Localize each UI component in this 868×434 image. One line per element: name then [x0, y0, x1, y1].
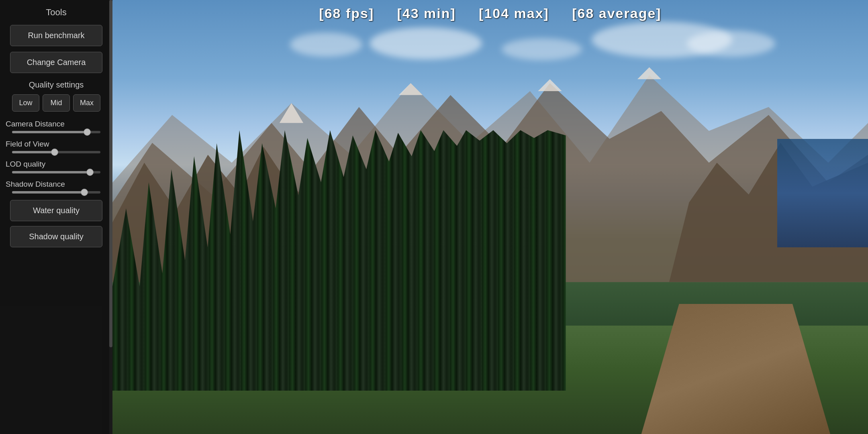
run-benchmark-button[interactable]: Run benchmark: [10, 25, 102, 46]
lod-quality-label: LOD quality: [6, 160, 107, 169]
shadow-distance-thumb[interactable]: [81, 189, 88, 196]
svg-marker-6: [538, 79, 562, 91]
quality-settings-label: Quality settings: [29, 80, 84, 90]
panel-title: Tools: [46, 7, 66, 18]
quality-low-button[interactable]: Low: [12, 94, 39, 112]
scroll-thumb[interactable]: [109, 0, 112, 347]
camera-distance-fill: [12, 131, 87, 133]
shadow-distance-track[interactable]: [12, 191, 100, 194]
viewport: [68 fps] [43 min] [104 max] [68 average]: [112, 0, 868, 434]
camera-distance-label: Camera Distance: [6, 120, 107, 128]
svg-marker-5: [399, 83, 423, 95]
lod-quality-thumb[interactable]: [86, 169, 94, 176]
quality-buttons-group: Low Mid Max: [12, 94, 100, 112]
water-layer: [777, 139, 868, 247]
shadow-distance-fill: [12, 191, 84, 194]
lod-quality-group: LOD quality: [6, 160, 107, 173]
change-camera-button[interactable]: Change Camera: [10, 52, 102, 73]
field-of-view-label: Field of View: [6, 140, 107, 149]
svg-marker-7: [637, 67, 661, 79]
camera-distance-group: Camera Distance: [6, 120, 107, 133]
camera-distance-track[interactable]: [12, 131, 100, 133]
scrollbar[interactable]: [109, 0, 112, 434]
shadow-distance-group: Shadow Distance: [6, 180, 107, 194]
quality-mid-button[interactable]: Mid: [43, 94, 70, 112]
shadow-distance-label: Shadow Distance: [6, 180, 107, 189]
field-of-view-group: Field of View: [6, 140, 107, 153]
water-quality-button[interactable]: Water quality: [10, 200, 102, 221]
shadow-quality-button[interactable]: Shadow quality: [10, 226, 102, 247]
field-of-view-fill: [12, 151, 55, 153]
quality-max-button[interactable]: Max: [73, 94, 100, 112]
left-panel-wrapper: Tools Run benchmark Change Camera Qualit…: [0, 0, 112, 434]
camera-distance-thumb[interactable]: [84, 128, 91, 136]
lod-quality-track[interactable]: [12, 171, 100, 173]
field-of-view-thumb[interactable]: [51, 149, 58, 156]
field-of-view-track[interactable]: [12, 151, 100, 153]
lod-quality-fill: [12, 171, 90, 173]
left-panel: Tools Run benchmark Change Camera Qualit…: [0, 0, 112, 434]
